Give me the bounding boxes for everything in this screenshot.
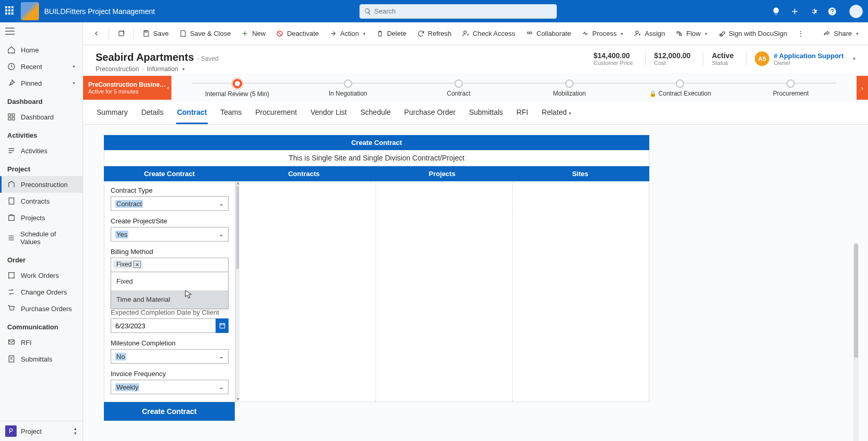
billing-method-multiselect[interactable]: Fixed✕ (111, 258, 229, 272)
sidebar-item-recent[interactable]: Recent ▾ (0, 58, 83, 75)
panel-tab-sites[interactable]: Sites (511, 166, 649, 181)
svg-rect-10 (9, 273, 15, 278)
sidebar-item-change-orders[interactable]: Change Orders (0, 284, 83, 300)
create-project-site-select[interactable]: Yes⌄ (111, 227, 229, 242)
sidebar-item-purchase-orders[interactable]: Purchase Orders (0, 300, 83, 317)
date-picker-button[interactable] (216, 318, 229, 333)
bpf-stage-internal-review[interactable]: Internal Review (5 Min) (182, 78, 292, 98)
contract-type-select[interactable]: Contract⌄ (111, 196, 229, 211)
refresh-button[interactable]: Refresh (413, 26, 456, 41)
panel-tab-create[interactable]: Create Contract (104, 166, 235, 181)
bpf-stage-negotiation[interactable]: In Negotiation (292, 78, 403, 97)
area-switcher[interactable]: P Project ▲▼ (0, 421, 83, 441)
global-search[interactable] (359, 4, 557, 19)
bpf-stage-procurement[interactable]: Procurement (736, 78, 846, 97)
tab-purchase-order[interactable]: Purchase Order (403, 102, 457, 124)
panel-tab-contracts[interactable]: Contracts (235, 166, 373, 181)
save-close-button[interactable]: Save & Close (175, 26, 235, 41)
sites-column (513, 181, 649, 402)
svg-point-17 (527, 32, 529, 34)
app-launcher-icon[interactable] (5, 6, 16, 17)
tab-schedule[interactable]: Schedule (359, 102, 392, 124)
bpf-stage-mobilization[interactable]: Mobilization (514, 78, 625, 97)
tab-vendor-list[interactable]: Vendor List (310, 102, 348, 124)
help-icon[interactable] (827, 7, 837, 16)
create-contract-button[interactable]: Create Contract (104, 402, 235, 421)
chip-remove-icon[interactable]: ✕ (133, 261, 141, 268)
milestone-completion-label: Milestone Completion (111, 339, 229, 347)
breadcrumb-entity: Preconstruction (96, 65, 139, 73)
save-icon (142, 30, 150, 37)
owner-link[interactable]: # Application Support (773, 52, 844, 60)
chevron-down-icon[interactable]: ▾ (853, 56, 856, 61)
new-button[interactable]: New (237, 26, 270, 41)
contract-type-label: Contract Type (111, 186, 229, 194)
flow-button[interactable]: Flow▾ (671, 26, 711, 41)
expected-completion-date-input[interactable] (111, 318, 216, 333)
tab-summary[interactable]: Summary (96, 102, 129, 124)
collaborate-button[interactable]: Collaborate (522, 26, 576, 41)
bpf-active-flag[interactable]: PreConstruction Busines... Active for 5 … (83, 76, 171, 100)
sidebar-item-projects[interactable]: Projects (0, 209, 83, 226)
global-search-input[interactable] (375, 7, 552, 15)
sidebar-item-submittals[interactable]: Submittals (0, 351, 83, 367)
save-button[interactable]: Save (138, 26, 173, 41)
milestone-completion-select[interactable]: No⌄ (111, 349, 229, 364)
tab-teams[interactable]: Teams (219, 102, 243, 124)
flow-icon (675, 30, 683, 37)
svg-rect-9 (9, 216, 15, 220)
tab-procurement[interactable]: Procurement (255, 102, 298, 124)
hamburger-icon[interactable] (0, 22, 83, 42)
sidebar-item-work-orders[interactable]: Work Orders (0, 267, 83, 284)
billing-option-time-material[interactable]: Time and Material (111, 290, 228, 309)
tab-submittals[interactable]: Submittals (468, 102, 504, 124)
settings-gear-icon[interactable] (809, 7, 818, 16)
form-selector[interactable]: Information (147, 65, 178, 73)
form-scrollbar[interactable]: ▲▼ (235, 181, 239, 402)
deactivate-button[interactable]: Deactivate (272, 26, 323, 41)
bpf-next-button[interactable]: › (857, 76, 868, 100)
sidebar-item-activities[interactable]: Activities (0, 142, 83, 159)
svg-rect-13 (119, 31, 124, 36)
check-access-button[interactable]: Check Access (458, 26, 519, 41)
delete-button[interactable]: Delete (372, 26, 411, 41)
tab-rfi[interactable]: RFI (515, 102, 529, 124)
invoice-frequency-select[interactable]: Weekly⌄ (111, 380, 229, 394)
back-icon (92, 30, 100, 37)
overflow-button[interactable]: ⋮ (793, 26, 809, 41)
bpf-stage-contract[interactable]: Contract (403, 78, 514, 97)
process-button[interactable]: Process▾ (577, 26, 627, 41)
top-bar: BUILDFitters Project Management (0, 0, 868, 22)
preconstruction-icon (7, 180, 16, 189)
action-button[interactable]: Action▾ (325, 26, 370, 41)
sidebar-item-sov[interactable]: Schedule of Values (0, 226, 83, 250)
tab-contract[interactable]: Contract (176, 102, 208, 124)
share-button[interactable]: Share▾ (819, 26, 863, 41)
user-avatar[interactable] (849, 5, 863, 18)
record-title: Seabird Apartments (96, 51, 194, 63)
tab-details[interactable]: Details (140, 102, 165, 124)
lightbulb-icon[interactable] (771, 7, 781, 16)
sidebar-item-pinned[interactable]: Pinned ▾ (0, 75, 83, 91)
panel-tab-projects[interactable]: Projects (373, 166, 511, 181)
sign-docusign-button[interactable]: Sign with DocuSign (714, 26, 792, 41)
updown-icon: ▲▼ (73, 426, 77, 436)
bpf-stage-contract-execution[interactable]: 🔒Contract Execution (625, 78, 736, 97)
panel-header: Create Contract (104, 135, 649, 150)
sidebar-item-rfi[interactable]: RFI (0, 334, 83, 351)
sidebar-item-home[interactable]: Home (0, 42, 83, 58)
projects-icon (7, 213, 16, 222)
sidebar-item-preconstruction[interactable]: Preconstruction (0, 176, 83, 193)
open-new-window-button[interactable] (113, 26, 129, 41)
billing-option-fixed[interactable]: Fixed (111, 272, 228, 290)
sidebar-item-contracts[interactable]: Contracts (0, 193, 83, 209)
page-scrollbar[interactable] (853, 243, 859, 441)
assign-button[interactable]: Assign (630, 26, 669, 41)
owner-avatar: AS (755, 51, 769, 66)
sidebar-group-dashboard: Dashboard (0, 91, 83, 109)
back-button[interactable] (88, 26, 104, 41)
chevron-down-icon: ▾ (73, 64, 75, 69)
tab-related[interactable]: Related▾ (541, 102, 572, 124)
add-icon[interactable] (790, 7, 799, 16)
sidebar-item-dashboard[interactable]: Dashboard (0, 109, 83, 125)
